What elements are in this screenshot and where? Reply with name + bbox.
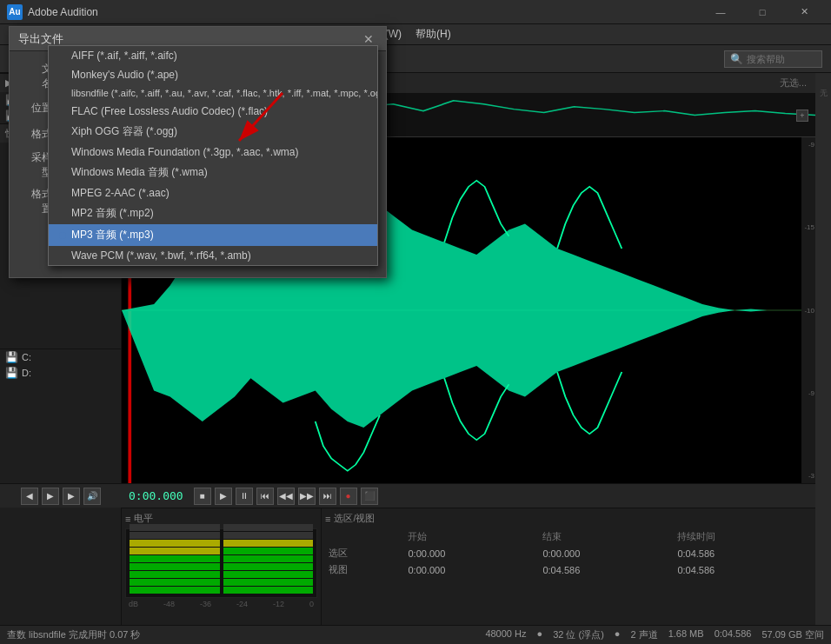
dropdown-item-wmf[interactable]: Windows Media Foundation (*.3gp, *.aac, … (49, 143, 377, 162)
mp3-dot (59, 232, 66, 239)
dialog-overlay: 导出文件 ✕ 文件名： 位置： C:\Users\admin\Documents… (0, 0, 831, 644)
dialog-title: 导出文件 (18, 31, 360, 47)
dropdown-item-wma[interactable]: Windows Media 音频 (*.wma) (49, 162, 377, 183)
dropdown-item-flac[interactable]: FLAC (Free Lossless Audio Codec) (*.flac… (49, 102, 377, 121)
dropdown-item-mp2[interactable]: MP2 音频 (*.mp2) (49, 202, 377, 224)
dropdown-item-libsnd[interactable]: libsndfile (*.aifc, *.aiff, *.au, *.avr,… (49, 84, 377, 102)
format-dropdown: AIFF (*.aif, *.aiff, *.aifc) Monkey's Au… (48, 45, 378, 266)
dropdown-item-mp3[interactable]: MP3 音频 (*.mp3) (49, 224, 377, 246)
dropdown-item-ogg[interactable]: Xiph OGG 容器 (*.ogg) (49, 121, 377, 143)
dropdown-item-monkey[interactable]: Monkey's Audio (*.ape) (49, 65, 377, 84)
dropdown-item-wav[interactable]: Wave PCM (*.wav, *.bwf, *.rf64, *.amb) (49, 246, 377, 265)
dropdown-item-aac[interactable]: MPEG 2-AAC (*.aac) (49, 183, 377, 202)
dropdown-item-aiff[interactable]: AIFF (*.aif, *.aiff, *.aifc) (49, 46, 377, 65)
